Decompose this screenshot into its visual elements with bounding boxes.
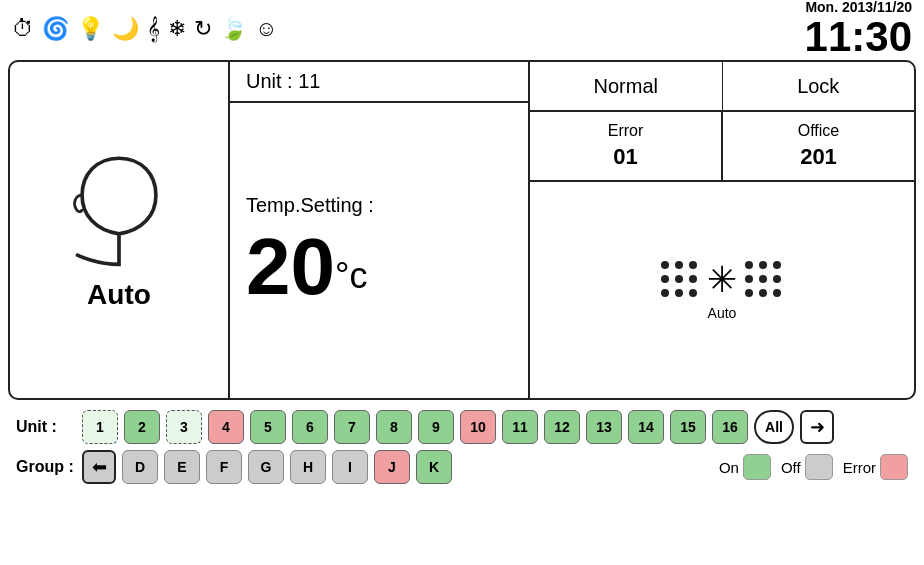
legend-area: On Off Error — [719, 454, 908, 480]
unit-btn-7[interactable]: 7 — [334, 410, 370, 444]
legend-error-box — [880, 454, 908, 480]
unit-row: Unit : 11 — [230, 62, 528, 103]
mode-label: Auto — [87, 279, 151, 311]
group-btn-H[interactable]: H — [290, 450, 326, 484]
legend-off: Off — [781, 454, 833, 480]
legend-on-box — [743, 454, 771, 480]
group-btn-J[interactable]: J — [374, 450, 410, 484]
unit-btn-16[interactable]: 16 — [712, 410, 748, 444]
unit-btn-6[interactable]: 6 — [292, 410, 328, 444]
face-icon: ☺ — [255, 18, 277, 40]
person-icon — [64, 149, 174, 269]
wind-icon: 𝄞 — [147, 18, 160, 40]
group-btn-G[interactable]: G — [248, 450, 284, 484]
error-label: Error — [608, 122, 644, 140]
datetime-display: Mon. 2013/11/20 11:30 — [805, 0, 912, 57]
group-btn-K[interactable]: K — [416, 450, 452, 484]
lock-status: Lock — [723, 62, 915, 110]
group-btn-I[interactable]: I — [332, 450, 368, 484]
unit-btn-1[interactable]: 1 — [82, 410, 118, 444]
unit-btn-9[interactable]: 9 — [418, 410, 454, 444]
snowflake-icon: ❄ — [168, 18, 186, 40]
group-row-label: Group : — [16, 458, 76, 476]
dots-right — [745, 261, 783, 299]
legend-on: On — [719, 454, 771, 480]
unit-selector-row: Unit : 1 2 3 4 5 6 7 8 9 10 11 12 13 14 … — [16, 410, 908, 444]
normal-status: Normal — [530, 62, 723, 110]
legend-error-label: Error — [843, 459, 876, 476]
mode-section: Auto — [10, 62, 230, 398]
unit-btn-14[interactable]: 14 — [628, 410, 664, 444]
group-btn-D[interactable]: D — [122, 450, 158, 484]
main-panel: Auto Unit : 11 Temp.Setting : 20°c Norma… — [8, 60, 916, 400]
unit-btn-11[interactable]: 11 — [502, 410, 538, 444]
unit-row-label: Unit : — [16, 418, 76, 436]
office-display: Office 201 — [723, 112, 914, 180]
temp-unit: °c — [335, 255, 367, 296]
next-arrow-button[interactable]: ➜ — [800, 410, 834, 444]
fan-status-icon: 🌀 — [42, 18, 69, 40]
all-button[interactable]: All — [754, 410, 794, 444]
bottom-section: Unit : 1 2 3 4 5 6 7 8 9 10 11 12 13 14 … — [8, 404, 916, 490]
dots-left — [661, 261, 699, 299]
moon-icon: 🌙 — [112, 18, 139, 40]
group-btn-E[interactable]: E — [164, 450, 200, 484]
error-value: 01 — [613, 144, 637, 170]
fan-mode-label: Auto — [708, 305, 737, 321]
status-icons: ⏱ 🌀 💡 🌙 𝄞 ❄ ↻ 🍃 ☺ — [12, 18, 277, 40]
legend-on-label: On — [719, 459, 739, 476]
temp-display: Temp.Setting : 20°c — [230, 103, 528, 398]
status-top-row: Normal Lock — [530, 62, 914, 112]
unit-btn-12[interactable]: 12 — [544, 410, 580, 444]
leaf-icon: 🍃 — [220, 18, 247, 40]
back-arrow-button[interactable]: ⬅ — [82, 450, 116, 484]
fan-icon: ✳ — [707, 259, 737, 301]
unit-btn-10[interactable]: 10 — [460, 410, 496, 444]
unit-btn-13[interactable]: 13 — [586, 410, 622, 444]
office-label: Office — [798, 122, 840, 140]
legend-off-box — [805, 454, 833, 480]
unit-btn-2[interactable]: 2 — [124, 410, 160, 444]
cycle-icon: ↻ — [194, 18, 212, 40]
temp-number: 20 — [246, 222, 335, 311]
temp-value-display: 20°c — [246, 227, 512, 307]
temp-label: Temp.Setting : — [246, 194, 512, 217]
fan-speed-area: ✳ — [661, 259, 783, 301]
temp-section: Unit : 11 Temp.Setting : 20°c — [230, 62, 530, 398]
unit-btn-4[interactable]: 4 — [208, 410, 244, 444]
clock-icon: ⏱ — [12, 18, 34, 40]
group-btn-F[interactable]: F — [206, 450, 242, 484]
unit-btn-3[interactable]: 3 — [166, 410, 202, 444]
error-display: Error 01 — [530, 112, 723, 180]
group-selector-row: Group : ⬅ D E F G H I J K On Off Error — [16, 450, 908, 484]
legend-error: Error — [843, 454, 908, 480]
top-bar: ⏱ 🌀 💡 🌙 𝄞 ❄ ↻ 🍃 ☺ Mon. 2013/11/20 11:30 — [0, 0, 924, 58]
time-display: 11:30 — [805, 16, 912, 58]
unit-btn-8[interactable]: 8 — [376, 410, 412, 444]
status-section: Normal Lock Error 01 Office 201 — [530, 62, 914, 398]
legend-off-label: Off — [781, 459, 801, 476]
unit-btn-15[interactable]: 15 — [670, 410, 706, 444]
error-office-row: Error 01 Office 201 — [530, 112, 914, 182]
unit-btn-5[interactable]: 5 — [250, 410, 286, 444]
office-value: 201 — [800, 144, 837, 170]
fan-display: ✳ Auto — [530, 182, 914, 398]
heat-icon: 💡 — [77, 18, 104, 40]
